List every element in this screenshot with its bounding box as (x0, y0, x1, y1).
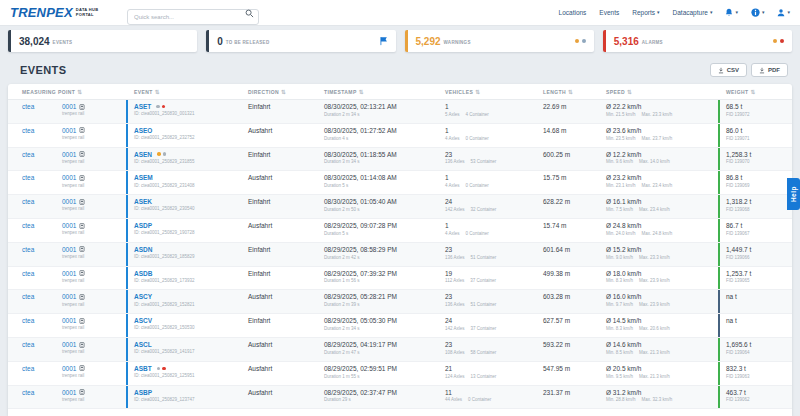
nav-datacapture[interactable]: Datacapture▾ (673, 9, 713, 16)
app-logo[interactable]: TRENPEX DATA HUB PORTAL (10, 5, 98, 20)
measuring-point-site-link[interactable]: ctea (22, 174, 62, 194)
notifications-menu[interactable]: ▾ (725, 8, 738, 17)
flag-icon[interactable] (379, 36, 388, 46)
event-code-link[interactable]: ASDP (134, 222, 152, 229)
search-icon[interactable] (245, 9, 254, 18)
table-row[interactable]: ctea 0001 trenpex rail ASBT ID: ctea0001… (8, 362, 792, 386)
stat-card-alarms[interactable]: 5,316 ALARMS (603, 30, 792, 52)
export-csv-button[interactable]: CSV (710, 63, 747, 77)
event-code-link[interactable]: ASDN (134, 246, 152, 253)
stat-card-events[interactable]: 38,024 EVENTS (8, 30, 197, 52)
table-row[interactable]: ctea 0001 trenpex rail ASEN ID: ctea0001… (8, 148, 792, 172)
measuring-point-operator: trenpex rail (62, 183, 85, 189)
event-code-link[interactable]: ASBT (134, 365, 152, 372)
event-code-link[interactable]: ASEN (134, 151, 152, 158)
table-row[interactable]: ctea 0001 trenpex rail ASDB ID: ctea0001… (8, 267, 792, 291)
length-value: 15.75 m (543, 174, 594, 182)
measuring-point-number-link[interactable]: 0001 (62, 293, 76, 300)
measuring-point-site-link[interactable]: ctea (22, 151, 62, 171)
measuring-point-site-link[interactable]: ctea (22, 198, 62, 218)
column-header-speed[interactable]: SPEED⇅ (598, 84, 718, 99)
event-code-link[interactable]: ASCY (134, 293, 152, 300)
measuring-point-site-link[interactable]: ctea (22, 317, 62, 337)
measuring-point-site-link[interactable]: ctea (22, 246, 62, 266)
measuring-point-site-link[interactable]: ctea (22, 365, 62, 385)
nav-locations[interactable]: Locations (559, 9, 587, 16)
column-header-weight[interactable]: WEIGHT⇅ (718, 84, 792, 99)
event-code-link[interactable]: ASCL (134, 341, 152, 348)
event-code-link[interactable]: ASET (134, 103, 151, 110)
event-code-link[interactable]: ASEM (134, 174, 153, 181)
info-menu[interactable]: ▾ (751, 8, 765, 17)
measuring-point-site-link[interactable]: ctea (22, 127, 62, 147)
measuring-point-site-link[interactable]: ctea (22, 293, 62, 313)
export-pdf-button[interactable]: PDF (751, 63, 788, 77)
timestamp-value: 08/30/2025, 02:13:21 AM (324, 103, 433, 111)
event-code-link[interactable]: ASDB (134, 270, 152, 277)
table-row[interactable]: ctea 0001 trenpex rail ASBP ID: ctea0001… (8, 386, 792, 410)
vehicles-count: 1 (445, 127, 531, 135)
measuring-point-number-link[interactable]: 0001 (62, 341, 76, 348)
measuring-point-site-link[interactable]: ctea (22, 389, 62, 409)
measuring-point-number-link[interactable]: 0001 (62, 198, 76, 205)
column-header-vehicles[interactable]: VEHICLES⇅ (437, 84, 535, 99)
column-header-direction[interactable]: DIRECTION⇅ (240, 84, 316, 99)
sort-icon[interactable]: ⇅ (475, 89, 480, 95)
table-row[interactable]: ctea 0001 trenpex rail ASDN ID: ctea0001… (8, 243, 792, 267)
event-code-link[interactable]: ASEO (134, 127, 152, 134)
user-menu[interactable]: ▾ (777, 8, 790, 17)
column-header-length[interactable]: LENGTH⇅ (535, 84, 598, 99)
event-code-link[interactable]: ASCV (134, 317, 152, 324)
column-header-timestamp[interactable]: TIMESTAMP⇅ (316, 84, 437, 99)
timestamp-value: 08/29/2025, 02:37:47 PM (324, 389, 433, 397)
measuring-point-number-link[interactable]: 0001 (62, 127, 76, 134)
direction-cell: Ausfahrt (240, 124, 316, 147)
event-code-link[interactable]: ASEK (134, 198, 152, 205)
table-row[interactable]: ctea 0001 trenpex rail ASCY ID: ctea0001… (8, 290, 792, 314)
length-cell: 22.69 m (535, 100, 598, 123)
quick-search (127, 5, 259, 21)
measuring-point-operator: trenpex rail (62, 135, 85, 141)
column-header-event[interactable]: EVENT⇅ (126, 84, 240, 99)
table-row[interactable]: ctea 0001 trenpex rail ASCV ID: ctea0001… (8, 314, 792, 338)
sort-icon[interactable]: ⇅ (155, 89, 160, 95)
table-row[interactable]: ctea 0001 trenpex rail ASEK ID: ctea0001… (8, 195, 792, 219)
event-cell: ASDP ID: ctea0001_250829_190728 (126, 219, 240, 242)
table-row[interactable]: ctea 0001 trenpex rail ASCL ID: ctea0001… (8, 338, 792, 362)
measuring-point-site-link[interactable]: ctea (22, 103, 62, 123)
event-code-link[interactable]: ASBP (134, 389, 152, 396)
measuring-point-number-link[interactable]: 0001 (62, 103, 76, 110)
search-input[interactable] (127, 9, 259, 25)
sort-icon[interactable]: ⇅ (77, 89, 82, 95)
measuring-point-number-link[interactable]: 0001 (62, 389, 76, 396)
stat-card-warnings[interactable]: 5,292 WARNINGS (405, 30, 594, 52)
measuring-point-site-link[interactable]: ctea (22, 341, 62, 361)
direction-cell: Ausfahrt (240, 290, 316, 313)
measuring-point-number-link[interactable]: 0001 (62, 151, 76, 158)
table-row[interactable]: ctea 0001 trenpex rail ASEO ID: ctea0001… (8, 124, 792, 148)
help-button[interactable]: Help (787, 178, 800, 210)
measuring-point-number-link[interactable]: 0001 (62, 365, 76, 372)
table-row[interactable]: ctea 0001 trenpex rail ASDP ID: ctea0001… (8, 219, 792, 243)
alarms-count: 5,316 (614, 36, 639, 47)
table-row[interactable]: ctea 0001 trenpex rail ASEM ID: ctea0001… (8, 171, 792, 195)
stat-card-to-be-released[interactable]: 0 TO BE RELEASED (206, 30, 395, 52)
sort-icon[interactable]: ⇅ (281, 89, 286, 95)
sort-icon[interactable]: ⇅ (359, 89, 364, 95)
table-row[interactable]: ctea 0001 trenpex rail ASET ID: ctea0001… (8, 100, 792, 124)
nav-events[interactable]: Events (599, 9, 619, 16)
measuring-point-number-link[interactable]: 0001 (62, 174, 76, 181)
measuring-point-site-link[interactable]: ctea (22, 270, 62, 290)
sort-icon[interactable]: ⇅ (568, 89, 573, 95)
station-icon (79, 246, 85, 252)
sort-icon[interactable]: ⇅ (627, 89, 632, 95)
measuring-point-number-link[interactable]: 0001 (62, 317, 76, 324)
nav-reports[interactable]: Reports▾ (632, 9, 659, 16)
measuring-point-site-link[interactable]: ctea (22, 222, 62, 242)
measuring-point-number-link[interactable]: 0001 (62, 270, 76, 277)
measuring-point-number-link[interactable]: 0001 (62, 222, 76, 229)
measuring-point-number-link[interactable]: 0001 (62, 246, 76, 253)
sort-icon[interactable]: ⇅ (750, 89, 755, 95)
measuring-point-operator: trenpex rail (62, 373, 85, 379)
column-header-measuring-point[interactable]: MEASURING POINT⇅ (8, 84, 126, 99)
